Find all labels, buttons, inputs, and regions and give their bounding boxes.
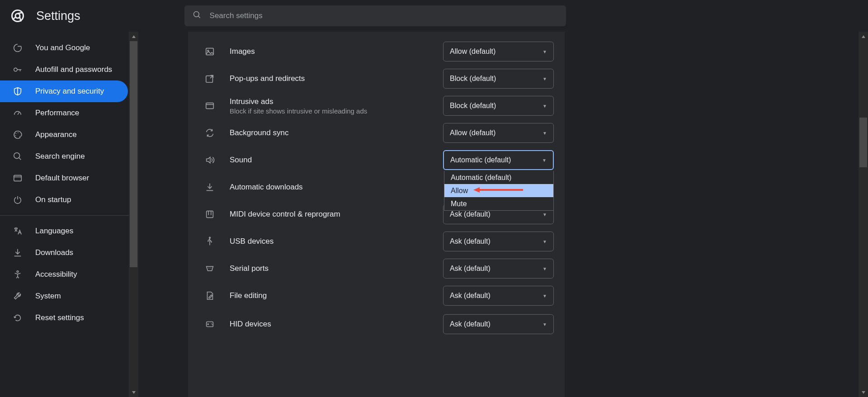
chevron-down-icon: ▼ [542,266,547,271]
svg-point-32 [209,268,210,268]
permission-title: Serial ports [230,264,443,273]
permission-select-bgsync[interactable]: Allow (default)▼ [443,123,554,143]
page-title: Settings [36,9,80,23]
permission-select-fileedit[interactable]: Ask (default)▼ [443,286,554,306]
svg-marker-18 [132,391,136,394]
permission-row-fileedit: File editing Ask (default)▼ [188,282,565,309]
sidebar-item-on-startup[interactable]: On startup [0,189,128,211]
chevron-down-icon: ▼ [542,293,547,298]
permission-select-images[interactable]: Allow (default)▼ [443,42,554,61]
svg-marker-39 [862,35,865,38]
permission-select-usb[interactable]: Ask (default)▼ [443,232,554,251]
scrollbar-up-button[interactable] [859,32,868,41]
svg-point-4 [14,68,17,71]
chevron-down-icon: ▼ [542,49,547,54]
sidebar-item-label: Appearance [35,130,77,139]
permission-title: HID devices [230,320,443,329]
sidebar-item-label: Languages [35,227,73,236]
svg-point-16 [17,271,19,273]
serial-icon [199,264,221,274]
permission-select-popups[interactable]: Block (default)▼ [443,69,554,89]
sidebar-item-search-engine[interactable]: Search engine [0,146,128,167]
main-scrollbar[interactable] [859,32,868,397]
svg-point-9 [18,132,19,133]
dropdown-option-automatic[interactable]: Automatic (default) [444,171,553,184]
sidebar-item-you-and-google[interactable]: You and Google [0,37,128,59]
permission-row-usb: USB devices Ask (default)▼ [188,228,565,255]
sidebar-item-privacy[interactable]: Privacy and security [0,80,128,102]
chrome-logo-icon [11,9,24,23]
scrollbar-down-button[interactable] [859,388,868,397]
permission-title: File editing [230,291,443,300]
chevron-down-icon: ▼ [542,322,547,327]
permission-select-serial[interactable]: Ask (default)▼ [443,259,554,279]
sidebar-item-autofill[interactable]: Autofill and passwords [0,59,128,80]
permission-title: Automatic downloads [230,183,443,192]
sidebar-divider [0,215,129,216]
sidebar-item-downloads[interactable]: Downloads [0,242,128,264]
sidebar-item-label: Search engine [35,152,85,161]
permission-row-ads: Intrusive adsBlock if site shows intrusi… [188,92,565,119]
red-arrow-annotation-icon [473,186,523,195]
dropdown-option-allow[interactable]: Allow [444,184,553,197]
chevron-down-icon: ▼ [542,104,547,109]
sidebar-item-performance[interactable]: Performance [0,102,128,124]
svg-line-7 [18,112,19,115]
permission-row-sound: Sound Automatic (default)▼ Automatic (de… [188,147,565,174]
sidebar-item-label: Autofill and passwords [35,65,112,74]
permission-select-ads[interactable]: Block (default)▼ [443,96,554,116]
wrench-icon [13,291,23,301]
search-icon [193,10,210,21]
scrollbar-thumb[interactable] [859,118,867,167]
permission-row-serial: Serial ports Ask (default)▼ [188,255,565,282]
sidebar-item-accessibility[interactable]: Accessibility [0,264,128,285]
reset-icon [13,313,23,323]
sidebar-item-default-browser[interactable]: Default browser [0,167,128,189]
permission-row-popups: Pop-ups and redirects Block (default)▼ [188,65,565,92]
chevron-down-icon: ▼ [542,158,547,163]
svg-point-37 [211,323,212,324]
shield-icon [13,86,23,96]
permission-row-bgsync: Background sync Allow (default)▼ [188,119,565,147]
permission-title: Sound [230,156,443,165]
svg-rect-13 [14,175,22,181]
svg-point-11 [14,153,20,159]
download-icon [199,182,221,192]
sidebar-item-label: Accessibility [35,270,77,279]
sound-dropdown-menu: Automatic (default) Allow Mute [444,171,554,211]
sidebar-item-label: System [35,292,61,301]
sidebar-scrollbar[interactable] [129,32,138,397]
search-bar[interactable] [184,5,566,26]
scrollbar-down-button[interactable] [129,388,138,397]
svg-point-2 [193,12,199,17]
sidebar-item-languages[interactable]: Languages [0,220,128,242]
svg-point-10 [15,135,16,136]
sidebar-item-system[interactable]: System [0,285,128,307]
sidebar-item-label: On startup [35,195,71,204]
scrollbar-thumb[interactable] [130,41,137,267]
permissions-panel: Images Allow (default)▼ Pop-ups and redi… [188,32,565,397]
sidebar-item-label: Default browser [35,174,89,183]
chevron-down-icon: ▼ [542,131,547,136]
key-icon [13,65,23,75]
sidebar-item-appearance[interactable]: Appearance [0,124,128,146]
sidebar-item-label: Downloads [35,248,73,257]
svg-point-31 [208,268,209,268]
chevron-down-icon: ▼ [542,76,547,81]
google-icon [13,43,23,53]
permission-select-hid[interactable]: Ask (default)▼ [443,314,554,334]
search-icon [13,151,23,161]
sidebar-item-reset[interactable]: Reset settings [0,307,128,329]
permission-title: USB devices [230,237,443,246]
popup-icon [199,74,221,84]
scrollbar-up-button[interactable] [129,32,138,41]
speedometer-icon [13,108,23,118]
svg-point-8 [15,133,16,134]
permission-select-sound[interactable]: Automatic (default)▼ Automatic (default)… [443,150,554,170]
sound-icon [199,155,221,165]
header: Settings [0,0,868,32]
accessibility-icon [13,269,23,279]
dropdown-option-mute[interactable]: Mute [444,197,553,210]
sidebar-item-label: Privacy and security [35,87,104,96]
search-input[interactable] [210,11,558,20]
